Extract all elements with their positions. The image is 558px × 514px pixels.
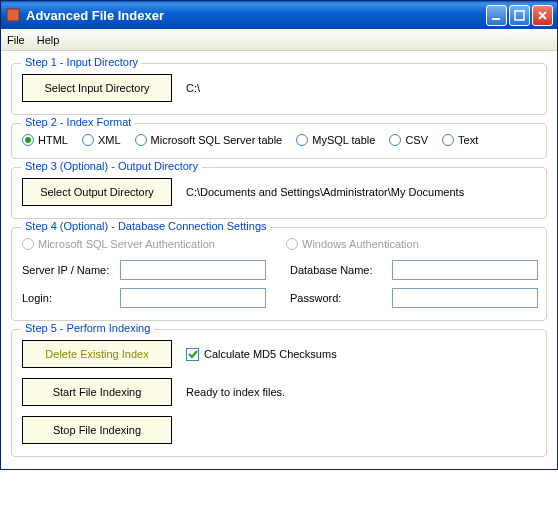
format-xml-label: XML — [98, 134, 121, 146]
format-mssql-radio[interactable]: Microsoft SQL Server table — [135, 134, 283, 146]
menu-file[interactable]: File — [7, 34, 25, 46]
delete-existing-index-button[interactable]: Delete Existing Index — [22, 340, 172, 368]
auth-sql-radio: Microsoft SQL Server Authentication — [22, 238, 272, 250]
check-icon — [188, 349, 198, 359]
format-csv-radio[interactable]: CSV — [389, 134, 428, 146]
window-controls — [486, 5, 553, 26]
step2-title: Step 2 - Index Format — [21, 116, 135, 128]
auth-windows-label: Windows Authentication — [302, 238, 419, 250]
menu-help[interactable]: Help — [37, 34, 60, 46]
indexing-status: Ready to index files. — [186, 386, 285, 398]
md5-checkbox[interactable]: Calculate MD5 Checksums — [186, 348, 337, 361]
svg-rect-0 — [7, 9, 19, 21]
output-directory-path: C:\Documents and Settings\Administrator\… — [186, 186, 464, 198]
step3-group: Step 3 (Optional) - Output Directory Sel… — [11, 167, 547, 219]
step4-group: Step 4 (Optional) - Database Connection … — [11, 227, 547, 321]
close-button[interactable] — [532, 5, 553, 26]
format-mssql-label: Microsoft SQL Server table — [151, 134, 283, 146]
format-html-radio[interactable]: HTML — [22, 134, 68, 146]
format-text-radio[interactable]: Text — [442, 134, 478, 146]
svg-rect-1 — [492, 18, 500, 20]
step5-title: Step 5 - Perform Indexing — [21, 322, 154, 334]
step3-title: Step 3 (Optional) - Output Directory — [21, 160, 202, 172]
svg-rect-2 — [515, 11, 524, 20]
auth-sql-label: Microsoft SQL Server Authentication — [38, 238, 215, 250]
login-label: Login: — [22, 292, 114, 304]
login-input[interactable] — [120, 288, 266, 308]
format-csv-label: CSV — [405, 134, 428, 146]
step1-group: Step 1 - Input Directory Select Input Di… — [11, 63, 547, 115]
app-window: Advanced File Indexer File Help Step 1 -… — [0, 0, 558, 470]
password-input[interactable] — [392, 288, 538, 308]
server-input[interactable] — [120, 260, 266, 280]
server-label: Server IP / Name: — [22, 264, 114, 276]
select-output-directory-button[interactable]: Select Output Directory — [22, 178, 172, 206]
input-directory-path: C:\ — [186, 82, 200, 94]
format-mysql-label: MySQL table — [312, 134, 375, 146]
step5-group: Step 5 - Perform Indexing Delete Existin… — [11, 329, 547, 457]
dbname-label: Database Name: — [290, 264, 386, 276]
format-mysql-radio[interactable]: MySQL table — [296, 134, 375, 146]
minimize-button[interactable] — [486, 5, 507, 26]
titlebar: Advanced File Indexer — [1, 1, 557, 29]
format-xml-radio[interactable]: XML — [82, 134, 121, 146]
start-file-indexing-button[interactable]: Start File Indexing — [22, 378, 172, 406]
select-input-directory-button[interactable]: Select Input Directory — [22, 74, 172, 102]
window-title: Advanced File Indexer — [26, 8, 486, 23]
maximize-button[interactable] — [509, 5, 530, 26]
md5-label: Calculate MD5 Checksums — [204, 348, 337, 360]
format-html-label: HTML — [38, 134, 68, 146]
dbname-input[interactable] — [392, 260, 538, 280]
step1-title: Step 1 - Input Directory — [21, 56, 142, 68]
app-icon — [5, 7, 21, 23]
step2-group: Step 2 - Index Format HTML XML Microsoft… — [11, 123, 547, 159]
password-label: Password: — [290, 292, 386, 304]
content: Step 1 - Input Directory Select Input Di… — [1, 51, 557, 469]
format-text-label: Text — [458, 134, 478, 146]
step4-title: Step 4 (Optional) - Database Connection … — [21, 220, 271, 232]
auth-windows-radio: Windows Authentication — [286, 238, 536, 250]
stop-file-indexing-button[interactable]: Stop File Indexing — [22, 416, 172, 444]
menubar: File Help — [1, 29, 557, 51]
